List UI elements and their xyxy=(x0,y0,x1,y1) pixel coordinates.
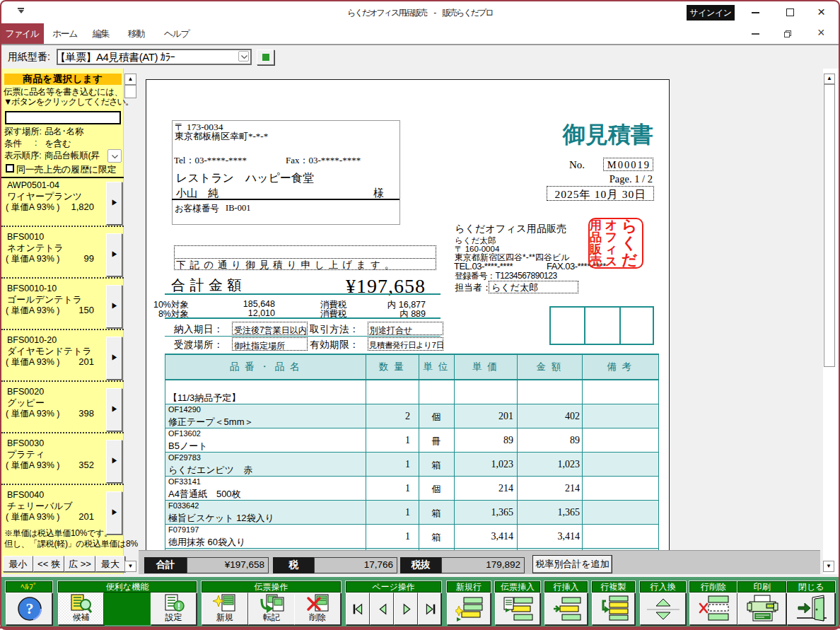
svg-text:!: ! xyxy=(177,601,180,612)
svg-text:?: ? xyxy=(26,600,34,617)
